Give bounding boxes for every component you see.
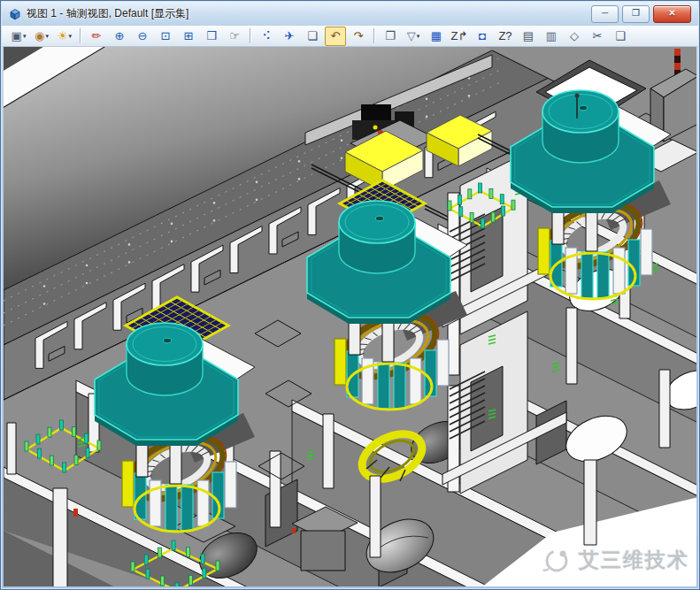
grid-display-button[interactable]: ▦ [426,27,447,46]
update-view-button[interactable]: ✏ [86,27,107,46]
section-box-button[interactable]: ❑ [610,27,631,46]
z-query-button[interactable]: Z? [495,27,516,46]
minimize-button[interactable]: ─ [591,5,619,23]
view-next-button[interactable]: ↷ [348,27,369,46]
scene-canvas [4,47,696,586]
toolbar-separator [250,28,251,43]
display-set-button[interactable]: ▣▾ [8,27,29,46]
look-window-button[interactable]: ❏ [302,27,323,46]
walk-through-button[interactable]: ⠪ [256,27,277,46]
zoom-window-button[interactable]: ⊡ [155,27,176,46]
window-title: 视图 1 - 轴测视图, Default [显示集] [27,6,188,21]
clip-scissors-button[interactable]: ✂ [587,27,608,46]
window-controls: ─❐✕ [591,5,691,23]
viewport-3d[interactable]: 艾三维技术 [4,47,696,586]
z-up-button[interactable]: Z↱ [449,27,470,46]
toolbar-separator [373,28,375,43]
toolbar-separator [80,28,81,43]
zoom-in-button[interactable]: ⊕ [109,27,130,46]
filter-button[interactable]: ▽▾ [403,27,424,46]
snapshot-button[interactable]: ▥ [541,27,562,46]
view-previous-button[interactable]: ↶ [325,27,346,46]
watermark: 艾三维技术 [542,544,689,576]
stats-box-button[interactable]: ▤ [518,27,539,46]
pan-hand-button[interactable]: ☞ [224,27,245,46]
app-window: { "window": { "title": "视图 1 - 轴测视图, Def… [0,0,700,590]
titlebar[interactable]: 视图 1 - 轴测视图, Default [显示集] ─❐✕ [2,2,698,26]
wireframe-cube-button[interactable]: ◇ [564,27,585,46]
watermark-text: 艾三维技术 [579,547,689,574]
zoom-out-button[interactable]: ⊖ [132,27,153,46]
toolbar: ▣▾◉▾☀▾✏⊕⊖⊡⊞❒☞⠪✈❏↶↷❐▽▾▦Z↱◘Z?▤▥◇✂❑ [2,26,698,47]
watermark-logo [542,544,573,576]
close-button[interactable]: ✕ [653,5,691,23]
help-display-button[interactable]: ◘ [472,27,493,46]
cad-cube-icon [8,7,22,21]
new-window-button[interactable]: ❐ [380,27,401,46]
orbit-cube-button[interactable]: ❒ [201,27,222,46]
zoom-fit-button[interactable]: ⊞ [178,27,199,46]
lighting-button[interactable]: ☀▾ [54,27,75,46]
restore-button[interactable]: ❐ [622,5,650,23]
render-mode-button[interactable]: ◉▾ [31,27,52,46]
fly-through-button[interactable]: ✈ [279,27,300,46]
